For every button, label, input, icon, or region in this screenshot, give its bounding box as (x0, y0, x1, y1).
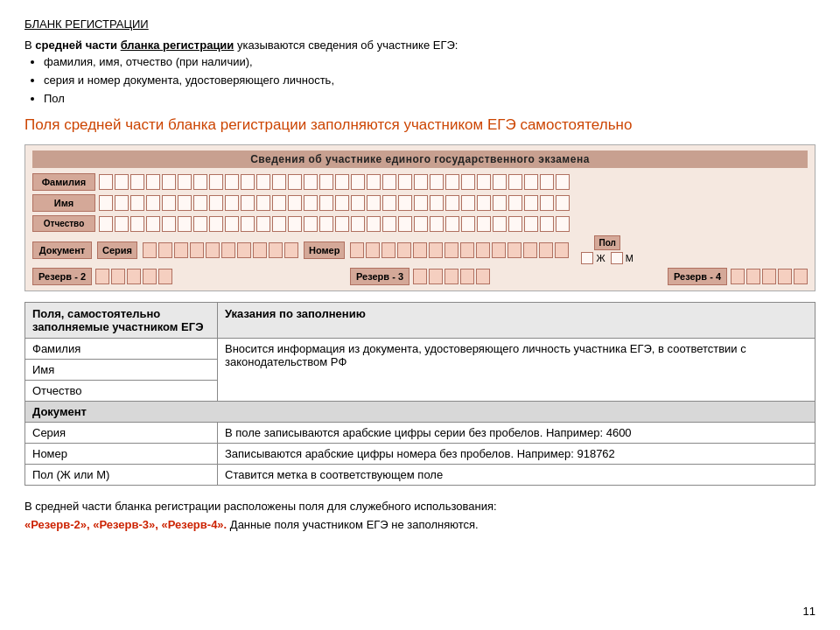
char-box (193, 195, 207, 211)
familiya-label: Фамилия (32, 173, 95, 191)
char-box (508, 242, 522, 258)
char-box (225, 174, 239, 190)
char-box (461, 216, 475, 232)
char-box (288, 195, 302, 211)
big-note: Поля средней части бланка регистрации за… (24, 115, 816, 136)
big-note-colored: заполняются участником ЕГЭ самостоятельн… (311, 116, 632, 133)
table-row: Номер Записываются арабские цифры номера… (25, 444, 816, 465)
char-box (178, 216, 192, 232)
table-cell-otchestvo: Отчество (25, 381, 218, 402)
char-box (444, 269, 458, 284)
char-box (178, 195, 192, 211)
bottom-note2-red: «Резерв-2», «Резерв-3», «Резерв-4». (24, 518, 227, 531)
char-box (460, 269, 474, 284)
char-box (288, 174, 302, 190)
char-box (556, 216, 570, 232)
char-box (253, 242, 267, 258)
bullet-list: фамилия, имя, отчество (при наличии), се… (44, 53, 816, 108)
page-title: БЛАНК РЕГИСТРАЦИИ (24, 18, 149, 31)
char-box (445, 174, 459, 190)
char-box (241, 174, 255, 190)
char-box (146, 195, 160, 211)
char-box (413, 269, 427, 284)
char-box (193, 174, 207, 190)
pol-header: Пол (594, 235, 620, 250)
char-box (225, 216, 239, 232)
table-cell-nomer-desc: Записываются арабские цифры номера без п… (218, 444, 816, 465)
char-box (130, 174, 144, 190)
pol-m-label: М (626, 253, 634, 263)
table-col2-header: Указания по заполнению (218, 303, 816, 339)
imya-label: Имя (32, 194, 95, 212)
char-box (508, 195, 522, 211)
char-box (477, 174, 491, 190)
char-box (430, 174, 444, 190)
table-cell-pol-desc: Ставится метка в соответствующем поле (218, 465, 816, 486)
pol-options: Ж М (581, 252, 633, 264)
char-box (351, 174, 365, 190)
rezerv2-label: Резерв - 2 (32, 268, 92, 285)
char-box (115, 195, 129, 211)
seria-boxes (143, 242, 298, 258)
char-box (492, 242, 506, 258)
char-box (778, 269, 792, 284)
char-box (429, 242, 443, 258)
char-box (493, 195, 507, 211)
char-box (193, 216, 207, 232)
table-row: Серия В поле записываются арабские цифры… (25, 423, 816, 444)
char-box (99, 174, 113, 190)
char-box (237, 242, 251, 258)
char-box (461, 195, 475, 211)
char-box (206, 242, 220, 258)
char-box (476, 242, 490, 258)
char-box (146, 216, 160, 232)
bottom-note1: В средней части бланка регистрации распо… (24, 500, 497, 513)
table-cell-imya: Имя (25, 360, 218, 381)
char-box (382, 216, 396, 232)
char-box (158, 269, 172, 284)
char-box (493, 216, 507, 232)
char-box (190, 242, 204, 258)
char-box (272, 216, 286, 232)
char-box (508, 216, 522, 232)
char-box (319, 174, 333, 190)
pol-zh-label: Ж (596, 253, 605, 263)
char-box (115, 216, 129, 232)
char-box (523, 242, 537, 258)
bullet2: серия и номер документа, удостоверяющего… (44, 74, 334, 87)
char-box (508, 174, 522, 190)
char-box (130, 195, 144, 211)
char-box (794, 269, 808, 284)
page-number: 11 (803, 605, 816, 618)
table-cell-nomer: Номер (25, 444, 218, 465)
pol-block: Пол Ж М (581, 235, 633, 264)
char-box (162, 216, 176, 232)
imya-row: Имя (32, 194, 808, 212)
char-box (367, 174, 381, 190)
nomer-label: Номер (304, 242, 346, 259)
char-box (143, 269, 157, 284)
table-cell-seria: Серия (25, 423, 218, 444)
pol-m-checkbox[interactable] (611, 252, 623, 264)
pol-zh-checkbox[interactable] (581, 252, 593, 264)
big-note-start: Поля средней части бланка регистрации (24, 116, 311, 133)
char-box (209, 216, 223, 232)
char-box (95, 269, 109, 284)
char-box (127, 269, 141, 284)
char-box (304, 216, 318, 232)
char-box (731, 269, 745, 284)
char-box (414, 174, 428, 190)
char-box (335, 216, 349, 232)
char-box (477, 195, 491, 211)
char-box (99, 216, 113, 232)
table-cell-seria-desc: В поле записываются арабские цифры серии… (218, 423, 816, 444)
table-row: Фамилия Вносится информация из документа… (25, 339, 816, 360)
char-box (319, 216, 333, 232)
char-box (524, 216, 538, 232)
char-box (319, 195, 333, 211)
char-box (367, 195, 381, 211)
seria-label: Серия (97, 242, 137, 259)
otchestvo-label: Отчество (32, 215, 95, 232)
char-box (430, 216, 444, 232)
table-cell-dokument-section: Документ (25, 402, 816, 423)
